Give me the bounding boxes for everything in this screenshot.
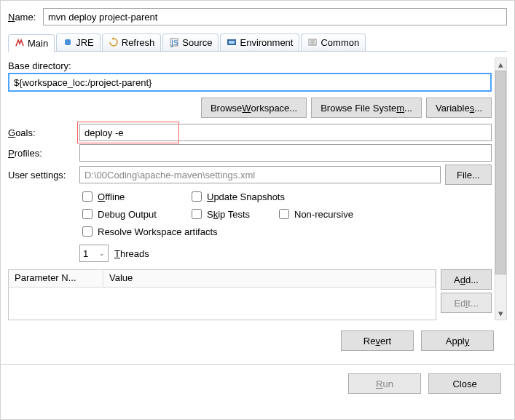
profiles-row: Profiles:	[8, 144, 492, 162]
debug-output-checkbox[interactable]: Debug Output	[79, 207, 174, 221]
goals-row: Goals:	[8, 124, 492, 141]
content-wrap: Base directory: Browse Workspace... Brow…	[8, 58, 507, 320]
threads-spinner[interactable]: 1 ⌄	[79, 245, 109, 262]
tab-refresh[interactable]: Refresh	[102, 33, 162, 51]
base-dir-input[interactable]	[8, 73, 492, 92]
jre-icon	[63, 37, 73, 47]
footer: Run Close	[1, 365, 514, 403]
tab-source[interactable]: js Source	[162, 33, 219, 51]
resolve-workspace-checkbox[interactable]: Resolve Workspace artifacts	[79, 224, 218, 239]
scroll-up-icon[interactable]: ▴	[495, 58, 506, 71]
goals-label: Goals:	[8, 127, 75, 138]
profiles-input[interactable]	[79, 144, 492, 162]
tab-label: JRE	[76, 37, 94, 48]
profiles-label: Profiles:	[8, 148, 75, 159]
base-dir-label: Base directory:	[8, 60, 492, 71]
user-settings-input[interactable]	[79, 166, 441, 183]
maven-icon	[15, 38, 25, 48]
tab-jre[interactable]: JRE	[56, 33, 101, 51]
add-button[interactable]: Add...	[441, 269, 492, 290]
name-row: Name:	[8, 8, 507, 25]
parameters-table[interactable]: Parameter N... Value	[8, 269, 436, 320]
name-label: Name:	[8, 12, 39, 23]
browse-filesystem-button[interactable]: Browse File System...	[311, 98, 422, 118]
common-icon	[307, 37, 318, 47]
skip-tests-checkbox[interactable]: Skip Tests	[189, 207, 262, 221]
svg-rect-5	[229, 41, 235, 44]
col-parameter-name[interactable]: Parameter N...	[9, 270, 103, 287]
vertical-scrollbar[interactable]: ▴ ▾	[495, 58, 507, 320]
tab-label: Main	[28, 38, 48, 49]
edit-button: Edit...	[441, 293, 492, 313]
environment-icon	[227, 37, 237, 47]
svg-text:js: js	[170, 37, 178, 47]
threads-label: Threads	[114, 248, 149, 259]
scroll-down-icon[interactable]: ▾	[495, 307, 506, 320]
threads-row: 1 ⌄ Threads	[79, 245, 492, 262]
tab-main[interactable]: Main	[8, 34, 55, 52]
user-settings-label: User settings:	[8, 170, 75, 181]
goals-input[interactable]	[79, 124, 492, 141]
col-value[interactable]: Value	[103, 270, 436, 287]
non-recursive-checkbox[interactable]: Non-recursive	[276, 207, 353, 221]
name-input[interactable]	[43, 8, 507, 25]
table-buttons: Add... Edit...	[441, 269, 492, 320]
offline-checkbox[interactable]: Offline	[79, 189, 174, 204]
apply-button[interactable]: Apply	[421, 330, 494, 351]
revert-apply-row: Revert Apply	[8, 320, 507, 351]
table-header: Parameter N... Value	[9, 270, 436, 288]
scroll-track[interactable]	[495, 71, 506, 307]
parameters-area: Parameter N... Value Add... Edit...	[8, 269, 492, 320]
chevron-down-icon[interactable]: ⌄	[99, 250, 105, 257]
top-area: Name: Main JRE Refresh js Source En	[1, 1, 514, 351]
source-icon: js	[169, 37, 179, 47]
tab-label: Environment	[240, 37, 293, 48]
run-config-dialog: Name: Main JRE Refresh js Source En	[0, 0, 515, 420]
tab-label: Common	[321, 37, 359, 48]
tab-label: Source	[182, 37, 212, 48]
variables-button[interactable]: Variables...	[426, 98, 492, 118]
tab-common[interactable]: Common	[301, 33, 366, 51]
run-button: Run	[348, 373, 421, 394]
update-snapshots-checkbox[interactable]: Update Snapshots	[189, 189, 285, 204]
file-button[interactable]: File...	[445, 165, 492, 185]
svg-rect-1	[65, 39, 71, 45]
close-button[interactable]: Close	[428, 373, 501, 394]
tab-environment[interactable]: Environment	[220, 33, 299, 51]
base-dir-buttons: Browse Workspace... Browse File System..…	[8, 98, 492, 118]
tab-label: Refresh	[122, 37, 155, 48]
scroll-thumb[interactable]	[495, 71, 506, 274]
revert-button[interactable]: Revert	[341, 330, 414, 351]
checkbox-group: Offline Update Snapshots Debug Output Sk…	[8, 189, 492, 262]
tab-bar: Main JRE Refresh js Source Environment C…	[8, 33, 507, 52]
threads-value: 1	[83, 248, 88, 259]
user-settings-row: User settings: File...	[8, 165, 492, 185]
browse-workspace-button[interactable]: Browse Workspace...	[201, 98, 307, 118]
table-body	[9, 288, 436, 320]
refresh-icon	[109, 37, 119, 47]
main-tab-content: Base directory: Browse Workspace... Brow…	[8, 58, 492, 320]
